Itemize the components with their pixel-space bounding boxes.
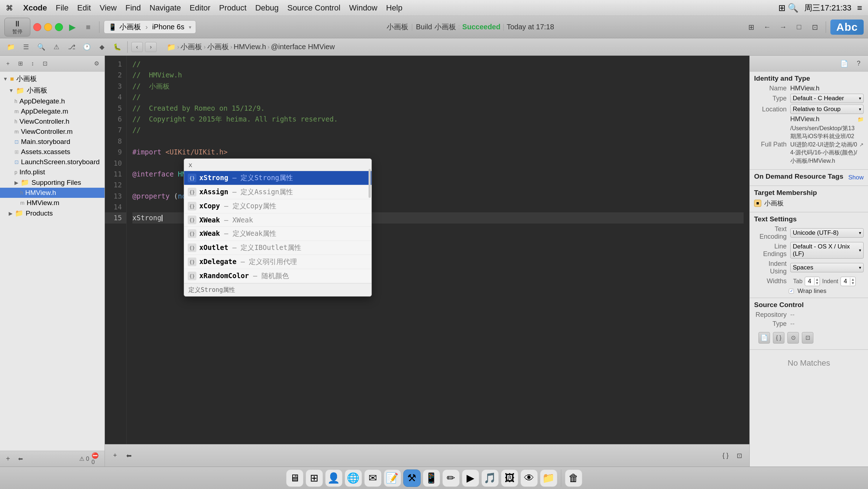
- menu-view[interactable]: View: [99, 3, 116, 13]
- type-select[interactable]: Default - C Header ▾: [790, 94, 864, 103]
- tree-products[interactable]: ▶ 📁 Products: [0, 208, 105, 218]
- folder-icon-btn[interactable]: 📁: [4, 41, 17, 54]
- back-btn[interactable]: ⬅: [15, 454, 25, 464]
- tab-stepper-up[interactable]: ▲: [814, 278, 820, 281]
- stop-button[interactable]: ■: [82, 21, 95, 34]
- add-file-bottom-btn[interactable]: +: [109, 450, 121, 462]
- run-button[interactable]: ▶: [66, 21, 79, 34]
- search-icon-btn[interactable]: 🔍: [35, 41, 48, 54]
- dock-browser[interactable]: 🌐: [345, 469, 362, 487]
- git-icon-btn[interactable]: ⎇: [65, 41, 78, 54]
- indent-stepper-down[interactable]: ▼: [850, 281, 855, 285]
- dock-preview[interactable]: 👁: [520, 469, 538, 487]
- tab-stepper-buttons[interactable]: ▲ ▼: [814, 278, 820, 285]
- endings-select[interactable]: Default - OS X / Unix (LF) ▾: [790, 242, 864, 259]
- tree-supporting[interactable]: ▶ 📁 Supporting Files: [0, 177, 105, 188]
- menu-navigate[interactable]: Navigate: [150, 3, 181, 13]
- choose-file-btn[interactable]: 📁: [858, 116, 864, 122]
- add-file-btn[interactable]: +: [3, 59, 13, 69]
- sc-branch-btn[interactable]: { }: [773, 332, 784, 344]
- layout-toggle[interactable]: □: [792, 21, 805, 34]
- autocomplete-item-xweak-cap[interactable]: {} XWeak — XWeak: [184, 213, 371, 227]
- nav-forward[interactable]: →: [776, 21, 790, 34]
- add-bottom-btn[interactable]: +: [3, 454, 13, 464]
- menu-window[interactable]: Window: [349, 3, 377, 13]
- wrap-lines-checkbox[interactable]: [789, 289, 794, 294]
- indent-stepper-up[interactable]: ▲: [850, 278, 855, 281]
- tree-assets[interactable]: ⊞ Assets.xcassets: [0, 147, 105, 157]
- show-tags-btn[interactable]: Show: [848, 174, 864, 181]
- tree-hmview-h[interactable]: h HMView.h: [0, 188, 105, 198]
- list-icon-btn[interactable]: ☰: [20, 41, 33, 54]
- breadcrumb-file[interactable]: HMView.h: [234, 43, 266, 51]
- tree-viewcontroller-h[interactable]: h ViewController.h: [0, 116, 105, 127]
- errors-btn[interactable]: ⛔ 0: [92, 454, 102, 464]
- maximize-button[interactable]: [55, 23, 63, 31]
- reveal-file-btn[interactable]: ↗: [859, 142, 864, 148]
- breadcrumb-group[interactable]: 小画板: [207, 42, 229, 52]
- menu-file[interactable]: File: [56, 3, 68, 13]
- autocomplete-item-xassign[interactable]: {} xAssign — 定义Assign属性: [184, 185, 371, 199]
- pause-button[interactable]: ⏸ 暂停: [4, 18, 30, 37]
- tree-folder-xiaohb[interactable]: ▼ 📁 小画板: [0, 85, 105, 96]
- menu-source-control[interactable]: Source Control: [288, 3, 341, 13]
- sort-btn[interactable]: ↕: [27, 59, 38, 69]
- dock-notes[interactable]: 📝: [384, 469, 401, 487]
- tree-info-plist[interactable]: p Info.plist: [0, 167, 105, 177]
- indent-stepper[interactable]: 4 ▲ ▼: [841, 277, 856, 286]
- encoding-select[interactable]: Unicode (UTF-8) ▾: [790, 228, 864, 238]
- autocomplete-item-xcopy[interactable]: {} xCopy — 定义Copy属性: [184, 199, 371, 213]
- dock-finder[interactable]: 🖥: [286, 469, 303, 487]
- menu-find[interactable]: Find: [125, 3, 141, 13]
- breakpoints-icon-btn[interactable]: ◆: [95, 41, 109, 54]
- minimize-button[interactable]: [44, 23, 52, 31]
- autocomplete-item-xweak[interactable]: {} xWeak — 定义Weak属性: [184, 227, 371, 241]
- autocomplete-item-xdelegate[interactable]: {} xDelegate — 定义弱引用代理: [184, 255, 371, 269]
- dock-contacts[interactable]: 👤: [325, 469, 342, 487]
- breadcrumb-symbol[interactable]: @interface HMView: [271, 43, 335, 51]
- dock-mail[interactable]: ✉: [364, 469, 382, 487]
- breadcrumb-root[interactable]: 📁: [167, 43, 176, 51]
- indent-select[interactable]: Spaces ▾: [790, 263, 864, 272]
- menu-help[interactable]: Help: [386, 3, 403, 13]
- dock-photos[interactable]: 🖼: [501, 469, 518, 487]
- nav-next-btn[interactable]: ›: [145, 42, 157, 52]
- inspector-toggle[interactable]: ⊞: [745, 21, 758, 34]
- menu-debug[interactable]: Debug: [255, 3, 279, 13]
- history-bottom-btn[interactable]: ⬅: [123, 450, 135, 462]
- panel-options-btn[interactable]: ⚙: [92, 59, 102, 69]
- dock-play[interactable]: ▶: [462, 469, 479, 487]
- tree-main-storyboard[interactable]: ⊡ Main.storyboard: [0, 137, 105, 147]
- tree-viewcontroller-m[interactable]: m ViewController.m: [0, 127, 105, 137]
- file-inspector-btn[interactable]: 📄: [838, 57, 851, 70]
- warnings-btn[interactable]: ⚠ 0: [79, 454, 89, 464]
- dock-files[interactable]: 📁: [540, 469, 557, 487]
- line-col-btn[interactable]: ⊡: [733, 450, 745, 462]
- indent-stepper-buttons[interactable]: ▲ ▼: [850, 278, 855, 285]
- dock-xcode[interactable]: ⚒: [403, 469, 421, 487]
- breadcrumb-project[interactable]: 小画板: [180, 42, 202, 52]
- dock-simulator[interactable]: 📱: [423, 469, 440, 487]
- location-select[interactable]: Relative to Group ▾: [790, 105, 864, 114]
- expand-btn[interactable]: ⊡: [40, 59, 50, 69]
- filter-btn[interactable]: ⊞: [15, 59, 25, 69]
- layout-toggle2[interactable]: ⊡: [808, 21, 821, 34]
- tree-appdelegate-m[interactable]: m AppDelegate.m: [0, 106, 105, 116]
- jump-bar-btn[interactable]: { }: [720, 450, 731, 462]
- tree-appdelegate-h[interactable]: h AppDelegate.h: [0, 96, 105, 106]
- dock-launchpad[interactable]: ⊞: [306, 469, 323, 487]
- history-icon-btn[interactable]: 🕐: [80, 41, 93, 54]
- nav-prev-btn[interactable]: ‹: [131, 42, 143, 52]
- autocomplete-item-xstrong[interactable]: {} xStrong — 定义Strong属性: [184, 171, 371, 185]
- autocomplete-popup[interactable]: x {} xStrong — 定义Strong属性 {} xAssign — 定…: [184, 158, 372, 297]
- menu-editor[interactable]: Editor: [190, 3, 210, 13]
- autocomplete-scrollbar[interactable]: [369, 169, 371, 198]
- sc-settings-btn[interactable]: ⊡: [802, 332, 813, 344]
- menu-xcode[interactable]: Xcode: [23, 3, 47, 13]
- close-button[interactable]: [33, 23, 41, 31]
- nav-back[interactable]: ←: [761, 21, 774, 34]
- dock-trash[interactable]: 🗑: [565, 469, 582, 487]
- sc-repo-btn[interactable]: ⊙: [787, 332, 799, 344]
- autocomplete-item-xrandom[interactable]: {} xRandomColor — 随机颜色: [184, 269, 371, 283]
- sc-add-btn[interactable]: 📄: [758, 332, 770, 344]
